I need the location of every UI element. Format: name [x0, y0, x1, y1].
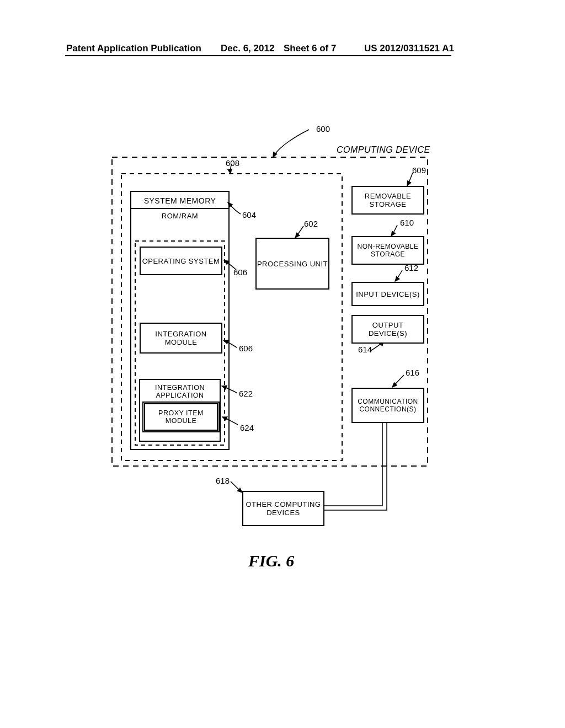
- header-left: Patent Application Publication: [66, 43, 201, 54]
- header-rule: [65, 55, 451, 56]
- header-date: Dec. 6, 2012: [221, 43, 274, 54]
- integration-module-box: INTEGRATION MODULE: [140, 323, 222, 354]
- proxy-item-module-outline: [142, 402, 220, 432]
- ref-616: 616: [406, 368, 419, 377]
- figure-caption: FIG. 6: [248, 552, 294, 570]
- computing-device-label: COMPUTING DEVICE: [337, 145, 430, 155]
- rom-ram-label: ROM/RAM: [138, 210, 221, 221]
- ref-614: 614: [358, 345, 372, 354]
- ref-609: 609: [412, 165, 426, 175]
- system-memory-divider: [131, 208, 229, 209]
- ref-600: 600: [316, 124, 330, 133]
- ref-618: 618: [216, 476, 230, 485]
- figure-region: COMPUTING DEVICE SYSTEM MEMORY ROM/RAM O…: [108, 124, 433, 524]
- header-sheet: Sheet 6 of 7: [284, 43, 336, 54]
- operating-system-box: OPERATING SYSTEM: [140, 247, 222, 275]
- processing-unit-box: PROCESSING UNIT: [255, 238, 329, 290]
- output-devices-box: OUTPUT DEVICE(S): [351, 315, 424, 344]
- other-computing-devices-box: OTHER COMPUTING DEVICES: [242, 491, 324, 526]
- ref-608: 608: [226, 158, 239, 168]
- diagram: COMPUTING DEVICE SYSTEM MEMORY ROM/RAM O…: [108, 124, 433, 524]
- ref-622: 622: [239, 389, 253, 398]
- ref-604: 604: [242, 210, 256, 220]
- integration-application-label: INTEGRATION APPLICATION: [142, 382, 218, 401]
- non-removable-storage-box: NON-REMOVABLE STORAGE: [351, 236, 424, 265]
- ref-606-top: 606: [233, 267, 247, 277]
- ref-612: 612: [404, 263, 418, 272]
- header-pubno: US 2012/0311521 A1: [364, 43, 454, 54]
- communication-connections-box: COMMUNICATION CONNECTION(S): [351, 388, 424, 423]
- page: Patent Application Publication Dec. 6, 2…: [0, 0, 565, 728]
- input-devices-box: INPUT DEVICE(S): [351, 282, 424, 306]
- ref-610: 610: [400, 218, 414, 227]
- ref-606-mid: 606: [239, 344, 253, 353]
- ref-624: 624: [240, 423, 254, 432]
- ref-602: 602: [304, 219, 318, 228]
- system-memory-label: SYSTEM MEMORY: [138, 195, 221, 207]
- removable-storage-box: REMOVABLE STORAGE: [351, 186, 424, 215]
